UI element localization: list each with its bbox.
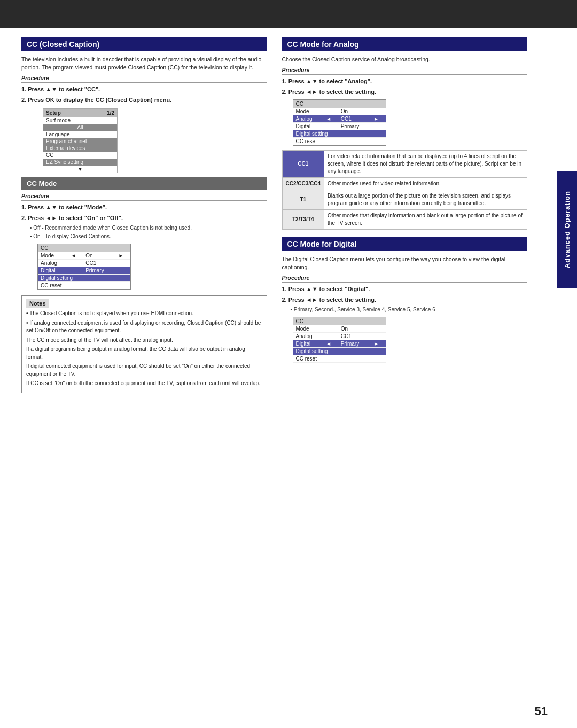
cc-info-desc-t1: Blanks out a large portion of the pictur… <box>324 190 527 210</box>
left-column: CC (Closed Caption) The television inclu… <box>21 37 267 393</box>
cc-mode-procedure: Procedure <box>21 193 267 201</box>
cc-body-text: The television includes a built-in decod… <box>21 56 267 72</box>
cc-procedure-label: Procedure <box>21 75 267 83</box>
analog-cc-menu-table: ModeOn Analog◄CC1► DigitalPrimary Digita… <box>293 108 386 145</box>
cc-mode-sub1: • Off - Recommended mode when Closed Cap… <box>30 224 267 232</box>
cc-info-label-t234: T2/T3/T4 <box>282 210 324 230</box>
digital-row-analog: AnalogCC1 <box>293 333 386 340</box>
analog-step2: 2. Press ◄► to select the setting. <box>282 88 528 96</box>
cc-analog-header: CC Mode for Analog <box>282 37 528 51</box>
cc-mode-sub2: • On - To display Closed Captions. <box>30 233 267 240</box>
note-6: If CC is set "On" on both the connected … <box>26 380 262 388</box>
right-column: CC Mode for Analog Choose the Closed Cap… <box>282 37 528 393</box>
cc-info-row-t234: T2/T3/T4 Other modes that display inform… <box>282 210 527 230</box>
side-tab-label: Advanced Operation <box>563 191 571 268</box>
cc-info-table: CC1 For video related information that c… <box>282 150 528 230</box>
side-tab: Advanced Operation <box>557 171 577 288</box>
two-col-layout: CC (Closed Caption) The television inclu… <box>21 37 527 393</box>
osd-row-ez: EZ Sync setting <box>43 159 117 166</box>
note-2: • If analog connected equipment is used … <box>26 319 262 335</box>
cc-mode-row-mode: Mode◄On► <box>38 252 130 260</box>
digital-sub1: • Primary, Second., Service 3, Service 4… <box>291 306 528 314</box>
content-area: CC (Closed Caption) The television inclu… <box>0 28 557 403</box>
digital-cc-osd-menu: CC ModeOn AnalogCC1 Digital◄Primary► <box>293 317 386 363</box>
analog-procedure-label: Procedure <box>282 67 528 75</box>
cc-mode-menu-wrapper: CC Mode◄On► AnalogCC1 DigitalPrimary <box>37 244 267 290</box>
osd-row-arrow: ▼ <box>43 166 117 173</box>
cc-info-desc-t234: Other modes that display information and… <box>324 210 527 230</box>
cc-mode-header: CC Mode <box>21 177 267 190</box>
digital-row-digital: Digital◄Primary► <box>293 340 386 348</box>
analog-step1: 1. Press ▲▼ to select "Analog". <box>282 77 528 85</box>
cc-mode-row-cc-reset: CC reset <box>38 282 130 289</box>
cc-info-desc-cc1: For video related information that can b… <box>324 151 527 178</box>
digital-row-mode: ModeOn <box>293 325 386 333</box>
note-4: If a digital program is being output in … <box>26 346 262 361</box>
osd-row-language: Language <box>43 131 117 138</box>
analog-row-analog: Analog◄CC1► <box>293 115 386 123</box>
cc-mode-step1: 1. Press ▲▼ to select "Mode". <box>21 203 267 212</box>
analog-cc-menu-wrapper: CC ModeOn Analog◄CC1► DigitalPrimary <box>293 99 528 146</box>
digital-cc-menu-table: ModeOn AnalogCC1 Digital◄Primary► Digita… <box>293 325 386 363</box>
osd-row-all: All <box>43 124 117 131</box>
osd-menu-title: Setup 1/2 <box>43 109 117 117</box>
digital-cc-menu-title: CC <box>293 317 386 325</box>
digital-body-text: The Digital Closed Caption menu lets you… <box>282 255 528 271</box>
note-3: The CC mode setting of the TV will not a… <box>26 336 262 345</box>
digital-row-cc-reset: CC reset <box>293 355 386 363</box>
cc-info-desc-cc234: Other modes used for video related infor… <box>324 178 527 190</box>
osd-row-cc: CC <box>43 152 117 159</box>
cc-mode-osd-menu: CC Mode◄On► AnalogCC1 DigitalPrimary <box>37 244 131 290</box>
notes-title: Notes <box>26 299 49 308</box>
cc-mode-row-digital: DigitalPrimary <box>38 267 130 275</box>
digital-step2: 2. Press ◄► to select the setting. <box>282 296 528 304</box>
analog-row-cc-reset: CC reset <box>293 138 386 145</box>
cc-info-row-cc234: CC2/CC3/CC4 Other modes used for video r… <box>282 178 527 190</box>
cc-mode-row-analog: AnalogCC1 <box>38 260 130 267</box>
cc-step1: 1. Press ▲▼ to select "CC". <box>21 85 267 93</box>
page-number: 51 <box>535 704 548 718</box>
cc-info-row-cc1: CC1 For video related information that c… <box>282 151 527 178</box>
cc-closed-caption-header: CC (Closed Caption) <box>21 37 267 51</box>
cc-mode-step2: 2. Press ◄► to select "On" or "Off". <box>21 214 267 222</box>
top-bar <box>0 0 577 28</box>
cc-info-row-t1: T1 Blanks out a large portion of the pic… <box>282 190 527 210</box>
osd-row-surf: Surf mode <box>43 117 117 124</box>
osd-row-external: External devices <box>43 145 117 152</box>
cc-mode-menu-title: CC <box>38 244 130 252</box>
cc-info-label-cc1: CC1 <box>282 151 324 178</box>
page-wrapper: Advanced Operation CC (Closed Caption) T… <box>0 0 577 728</box>
digital-step1: 1. Press ▲▼ to select "Digital". <box>282 285 528 293</box>
note-5: If digital connected equipment is used f… <box>26 363 262 378</box>
analog-row-mode: ModeOn <box>293 108 386 115</box>
analog-row-digital-setting: Digital setting <box>293 130 386 138</box>
cc-mode-menu-table: Mode◄On► AnalogCC1 DigitalPrimary Digita… <box>38 252 130 289</box>
cc-info-label-cc234: CC2/CC3/CC4 <box>282 178 324 190</box>
analog-cc-menu-title: CC <box>293 100 386 108</box>
analog-row-digital: DigitalPrimary <box>293 123 386 130</box>
osd-row-program: Program channel <box>43 138 117 145</box>
digital-row-digital-setting: Digital setting <box>293 348 386 355</box>
note-1: • The Closed Caption is not displayed wh… <box>26 310 262 318</box>
digital-procedure-label: Procedure <box>282 275 528 283</box>
cc-step2: 2. Press OK to display the CC (Closed Ca… <box>21 96 267 104</box>
digital-cc-menu-wrapper: CC ModeOn AnalogCC1 Digital◄Primary► <box>293 317 528 363</box>
analog-body-text: Choose the Closed Caption service of Ana… <box>282 56 528 64</box>
analog-cc-osd-menu: CC ModeOn Analog◄CC1► DigitalPrimary <box>293 99 386 146</box>
osd-setup-menu: Setup 1/2 Surf mode All Language Program… <box>43 108 118 173</box>
cc-mode-row-digital-setting: Digital setting <box>38 275 130 282</box>
notes-box: Notes • The Closed Caption is not displa… <box>21 295 267 393</box>
cc-info-label-t1: T1 <box>282 190 324 210</box>
cc-digital-header: CC Mode for Digital <box>282 237 528 251</box>
